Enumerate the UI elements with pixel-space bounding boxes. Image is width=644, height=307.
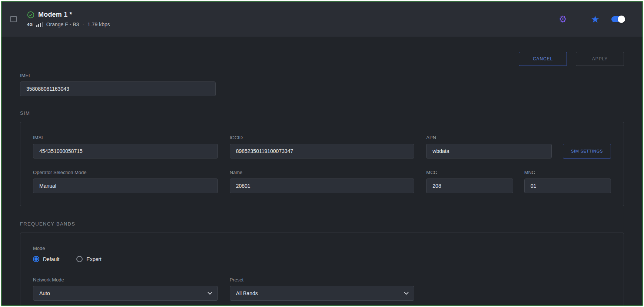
frequency-dropdown-row: Network Mode Auto Preset All Bands: [33, 277, 611, 301]
apn-label: APN: [426, 135, 552, 140]
modem-title-block: Modem 1 * 4G Orange F - B3 · 1.79 kbps: [27, 11, 110, 27]
radio-default-circle: [33, 256, 39, 262]
mcc-input[interactable]: [426, 178, 513, 193]
apn-input[interactable]: [426, 144, 552, 158]
gear-icon: ⚙: [559, 14, 567, 24]
actions-row: CANCEL APPLY: [20, 52, 624, 66]
frequency-bands-panel: Mode Default Expert Network Mode Auto: [20, 233, 624, 306]
network-mode-value: Auto: [39, 290, 50, 296]
radio-default-label: Default: [43, 256, 59, 262]
status-check-icon: [27, 11, 34, 19]
radio-expert[interactable]: Expert: [76, 256, 101, 262]
dot-separator: ·: [82, 21, 84, 27]
sim-settings-button[interactable]: SIM SETTINGS: [563, 144, 611, 158]
name-input[interactable]: [230, 178, 415, 193]
star-icon: ★: [591, 14, 600, 25]
operator-label: Orange F - B3: [46, 21, 79, 27]
sim-panel: IMSI ICCID APN SIM SETTINGS Operator Sel…: [20, 122, 624, 206]
mcc-label: MCC: [426, 170, 513, 175]
mnc-input[interactable]: [524, 178, 611, 193]
header-divider: [579, 12, 579, 27]
frequency-bands-section-label: FREQUENCY BANDS: [20, 221, 624, 227]
favorite-button[interactable]: ★: [590, 13, 601, 26]
network-mode-select[interactable]: Auto: [33, 286, 218, 301]
iccid-label: ICCID: [230, 135, 415, 140]
toggle-knob: [618, 16, 625, 23]
modem-settings-body: CANCEL APPLY IMEI SIM IMSI ICCID APN: [1, 37, 643, 306]
network-mode-label: Network Mode: [33, 277, 218, 283]
apn-field-block: APN: [426, 135, 552, 158]
mcc-mnc-cell: MCC MNC: [426, 170, 611, 193]
cancel-button[interactable]: CANCEL: [519, 52, 567, 66]
operator-mode-field-block: Operator Selection Mode: [33, 170, 218, 193]
imei-field-block: IMEI: [20, 73, 216, 96]
network-type-label: 4G: [27, 22, 33, 27]
imsi-input[interactable]: [33, 144, 218, 158]
imei-input[interactable]: [20, 81, 216, 96]
sim-section-label: SIM: [20, 110, 624, 116]
radio-expert-label: Expert: [86, 256, 101, 262]
name-label: Name: [230, 170, 415, 175]
modem-header: Modem 1 * 4G Orange F - B3 · 1.79 kbps ⚙…: [1, 1, 643, 37]
name-field-block: Name: [230, 170, 415, 193]
select-modem-checkbox[interactable]: [10, 16, 17, 22]
mnc-field-block: MNC: [524, 170, 611, 193]
iccid-input[interactable]: [230, 144, 415, 158]
chevron-down-icon: [404, 292, 409, 295]
modem-enable-toggle[interactable]: [611, 16, 625, 22]
imei-label: IMEI: [20, 73, 216, 78]
apply-button[interactable]: APPLY: [576, 52, 624, 66]
preset-label: Preset: [230, 277, 415, 283]
bitrate-label: 1.79 kbps: [87, 21, 110, 27]
mcc-field-block: MCC: [426, 170, 513, 193]
preset-value: All Bands: [236, 290, 258, 296]
imsi-field-block: IMSI: [33, 135, 218, 158]
modem-title: Modem 1 *: [38, 11, 72, 19]
radio-default[interactable]: Default: [33, 256, 59, 262]
network-mode-field-block: Network Mode Auto: [33, 277, 218, 301]
header-controls: ⚙ ★: [557, 12, 625, 27]
mode-label: Mode: [33, 246, 611, 251]
operator-mode-label: Operator Selection Mode: [33, 170, 218, 175]
mode-radio-group: Default Expert: [33, 256, 611, 262]
imsi-label: IMSI: [33, 135, 218, 140]
modem-settings-button[interactable]: ⚙: [557, 13, 568, 25]
radio-expert-circle: [76, 256, 83, 262]
preset-select[interactable]: All Bands: [230, 286, 415, 301]
apn-cell: APN SIM SETTINGS: [426, 135, 611, 158]
chevron-down-icon: [208, 292, 212, 295]
operator-mode-input[interactable]: [33, 178, 218, 193]
modem-card: Modem 1 * 4G Orange F - B3 · 1.79 kbps ⚙…: [1, 1, 643, 306]
signal-strength-icon: [36, 22, 43, 27]
preset-field-block: Preset All Bands: [230, 277, 415, 301]
mnc-label: MNC: [524, 170, 611, 175]
iccid-field-block: ICCID: [230, 135, 415, 158]
